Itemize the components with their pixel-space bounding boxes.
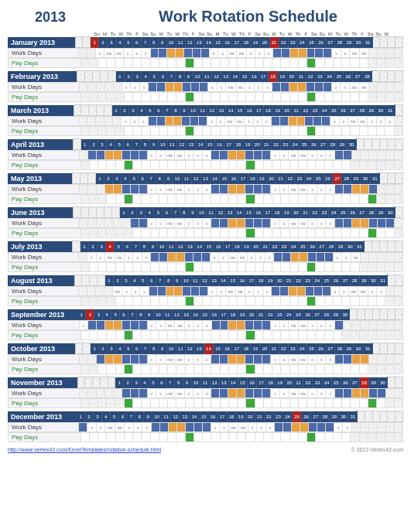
work-days-label: Work Days	[9, 389, 80, 398]
work-days-label: Work Days	[9, 151, 80, 160]
work-days-label: Work Days	[9, 219, 80, 228]
pay-days-label: Pay Days	[9, 399, 81, 408]
work-days-label: Work Days	[9, 287, 79, 296]
pay-days-label: Pay Days	[9, 433, 81, 442]
page-title: Work Rotation Schedule	[93, 8, 403, 26]
pay-days-label: Pay Days	[9, 93, 81, 102]
work-days-label: Work Days	[9, 321, 80, 330]
year-label: 2013	[8, 9, 93, 26]
work-days-label: Work Days	[9, 253, 79, 262]
pay-days-label: Pay Days	[9, 263, 81, 272]
month-label: February 2013	[8, 71, 77, 82]
pay-days-label: Pay Days	[9, 365, 81, 374]
month-label: June 2013	[8, 207, 73, 218]
month-label: December 2013	[8, 411, 77, 422]
month-label: September 2013	[8, 309, 78, 320]
month-label: October 2013	[8, 343, 75, 354]
work-days-label: Work Days	[9, 49, 79, 58]
work-days-label: Work Days	[9, 423, 79, 432]
pay-days-label: Pay Days	[9, 161, 81, 170]
month-label: August 2013	[8, 275, 74, 286]
source-link[interactable]: http://www.vertex42.com/ExcelTemplates/r…	[8, 447, 161, 452]
work-days-label: Work Days	[9, 185, 80, 194]
pay-days-label: Pay Days	[9, 59, 81, 68]
day-of-week-header: SuMTuWThFSaSuMTuWThFSaSuMTuWThFSaSuMTuWT…	[93, 32, 390, 36]
pay-days-label: Pay Days	[9, 331, 81, 340]
month-label: April 2013	[8, 139, 73, 150]
work-days-label: Work Days	[9, 355, 80, 364]
month-label: January 2013	[8, 37, 75, 48]
pay-days-label: Pay Days	[9, 127, 81, 136]
copyright: © 2013 Vertex42.com	[351, 447, 403, 452]
month-label: July 2013	[8, 241, 72, 252]
pay-days-label: Pay Days	[9, 195, 81, 204]
month-label: November 2013	[8, 377, 77, 388]
pay-days-label: Pay Days	[9, 229, 81, 238]
work-days-label: Work Days	[9, 83, 80, 92]
month-label: May 2013	[8, 173, 72, 184]
pay-days-label: Pay Days	[9, 297, 81, 306]
month-label: March 2013	[8, 105, 74, 116]
work-days-label: Work Days	[9, 117, 79, 126]
